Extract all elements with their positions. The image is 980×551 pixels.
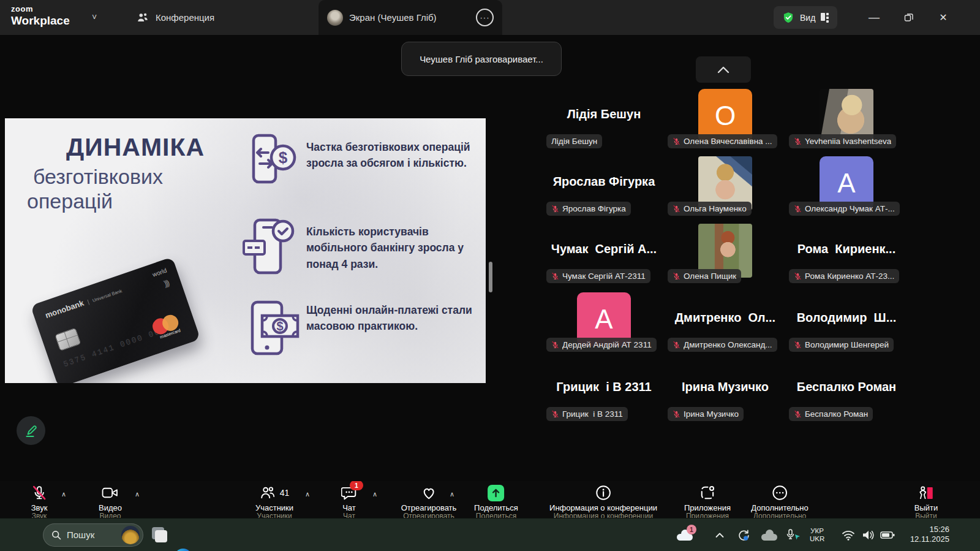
- participant-tile[interactable]: Yevheniia Ivashentseva: [786, 89, 907, 155]
- muted-mic-icon: [673, 137, 680, 145]
- layout-grid-icon: [821, 13, 829, 23]
- tab-screen-share[interactable]: Экран (Чеушев Гліб) ···: [318, 0, 502, 35]
- participant-tile[interactable]: Ірина Музичко Ірина Музичко: [665, 362, 785, 428]
- participant-label: Ольга Науменко: [684, 204, 747, 213]
- edge-icon[interactable]: [172, 546, 194, 551]
- meeting-info-button[interactable]: Информация о конференции: [549, 484, 657, 512]
- language-indicator[interactable]: УКР UKR: [810, 526, 824, 542]
- participant-name-text: Беспалко Роман: [786, 380, 907, 394]
- contactless-icon: ))): [162, 278, 170, 288]
- camera-icon: [102, 485, 118, 500]
- participant-tile[interactable]: Олена Пищик: [665, 224, 785, 290]
- participant-tile[interactable]: O Олена Вячеславівна ...: [665, 89, 785, 155]
- gallery-collapse-button[interactable]: [696, 56, 751, 83]
- sync-icon[interactable]: [737, 528, 750, 542]
- meeting-info-label: Информация о конференции: [549, 503, 657, 512]
- volume-icon[interactable]: [861, 529, 875, 541]
- participant-tile[interactable]: Ярослав Фігурка Ярослав Фігурка: [544, 156, 664, 222]
- window-minimize-button[interactable]: —: [860, 0, 888, 35]
- muted-mic-icon: [673, 272, 680, 280]
- taskbar-search[interactable]: Пошук: [43, 523, 143, 547]
- clock-time: 15:26: [910, 525, 949, 535]
- participant-tile[interactable]: Беспалко Роман Беспалко Роман: [786, 362, 907, 428]
- window-close-button[interactable]: ✕: [929, 0, 957, 35]
- task-view-button[interactable]: [149, 524, 171, 546]
- taskbar-clock[interactable]: 15:26 12.11.2025: [910, 525, 949, 545]
- tab-meeting-label: Конференция: [156, 12, 214, 23]
- muted-mic-icon: [794, 272, 802, 280]
- participant-label-pill: Ольга Науменко: [668, 202, 752, 216]
- clipped-label: Участники: [257, 512, 292, 518]
- workspace-menu-chevron-icon[interactable]: ˅: [92, 12, 97, 22]
- participant-label-pill: Олександр Чумак АТ-...: [789, 202, 900, 216]
- audio-options-chevron[interactable]: ∧: [61, 490, 66, 498]
- tray-hidden-icons-chevron[interactable]: [715, 532, 724, 538]
- battery-icon[interactable]: [880, 531, 895, 539]
- apps-button[interactable]: Приложения: [684, 484, 731, 512]
- tab-options-ellipsis-icon[interactable]: ···: [476, 9, 494, 26]
- view-button[interactable]: Вид: [774, 6, 837, 29]
- clipped-label: Чат: [343, 512, 355, 518]
- participant-tile[interactable]: A Олександр Чумак АТ-...: [786, 156, 907, 222]
- participant-label-pill: Дмитренко Олександ...: [668, 338, 777, 352]
- apps-icon: [699, 485, 715, 501]
- muted-mic-icon: [673, 341, 680, 349]
- participant-label-pill: Дердей Андрій АТ 2311: [546, 338, 657, 352]
- mic-location-icon[interactable]: [785, 529, 801, 541]
- participant-label: Олена Пищик: [684, 272, 736, 281]
- share-button[interactable]: Поделиться: [474, 484, 518, 512]
- participant-label-pill: Лідія Бешун: [546, 134, 602, 148]
- participant-tile[interactable]: Володимир Ш... Володимир Шенгерей: [786, 292, 907, 359]
- participant-tile[interactable]: Дмитренко Ол... Дмитренко Олександ...: [665, 292, 785, 359]
- chat-options-chevron[interactable]: ∧: [372, 490, 377, 498]
- onedrive-icon[interactable]: [761, 530, 777, 541]
- participant-tile[interactable]: A Дердей Андрій АТ 2311: [544, 292, 664, 359]
- participant-label-pill: Чумак Сергій АТ-2311: [546, 269, 650, 283]
- more-ellipsis-icon: [772, 485, 788, 501]
- phone-transfer-icon: $: [245, 132, 298, 191]
- logo-zoom-text: zoom: [11, 5, 70, 13]
- muted-mic-icon: [794, 137, 802, 145]
- react-button[interactable]: Отреагировать: [401, 484, 457, 512]
- language-line1: УКР: [810, 526, 824, 534]
- zoom-workplace-logo: zoom Workplace: [11, 5, 70, 26]
- participant-gallery: Лідія Бешун Лідія Бешун O Олена Вячеслав…: [544, 89, 948, 432]
- participants-label: Участники: [255, 503, 293, 512]
- window-restore-button[interactable]: [894, 0, 922, 35]
- participant-tile[interactable]: Ольга Науменко: [665, 156, 785, 222]
- participant-label-pill: Беспалко Роман: [789, 407, 873, 421]
- tablet-money-icon: $: [245, 297, 301, 359]
- video-button[interactable]: Видео: [99, 484, 122, 512]
- card-brand: monobank: [44, 298, 85, 321]
- weather-cloud-icon[interactable]: 1: [677, 530, 693, 541]
- view-button-label: Вид: [800, 13, 815, 23]
- react-options-chevron[interactable]: ∧: [450, 490, 454, 498]
- search-highlight-image: [121, 526, 140, 544]
- slide-bullet-2: Кількість користувачів мобільного банкін…: [306, 224, 479, 272]
- start-button[interactable]: [16, 526, 34, 544]
- participant-label-pill: Рома Кириенко АТ-23...: [789, 269, 899, 283]
- more-button[interactable]: Дополнительно: [751, 484, 809, 512]
- participant-label: Олена Вячеславівна ...: [684, 137, 772, 146]
- tab-meeting[interactable]: Конференция: [127, 0, 223, 35]
- audio-label: Звук: [31, 503, 48, 512]
- participant-label: Грицик і В 2311: [562, 409, 623, 419]
- video-options-chevron[interactable]: ∧: [135, 490, 140, 498]
- wifi-icon[interactable]: [842, 530, 855, 541]
- participant-tile[interactable]: Лідія Бешун Лідія Бешун: [544, 89, 664, 155]
- participants-options-chevron[interactable]: ∧: [305, 490, 310, 498]
- leave-label: Выйти: [914, 503, 938, 512]
- cloud-notification-badge: 1: [687, 525, 696, 534]
- chat-button[interactable]: 1 Чат: [341, 484, 357, 512]
- audio-button[interactable]: Звук: [31, 484, 48, 512]
- annotate-button[interactable]: [17, 416, 45, 445]
- participant-tile[interactable]: Грицик і В 2311 Грицик і В 2311: [544, 362, 664, 428]
- participants-button[interactable]: 41 Участники: [255, 484, 293, 512]
- leave-button[interactable]: Выйти: [914, 484, 938, 512]
- slide-subtitle-line2: операцій: [27, 189, 113, 213]
- participant-tile[interactable]: Рома Кириенк... Рома Кириенко АТ-23...: [786, 224, 907, 290]
- participant-tile[interactable]: Чумак Сергій А... Чумак Сергій АТ-2311: [544, 224, 664, 290]
- share-scrollbar-thumb[interactable]: [489, 262, 492, 292]
- participant-name-text: Чумак Сергій А...: [544, 242, 664, 256]
- participant-name-text: Дмитренко Ол...: [665, 311, 785, 325]
